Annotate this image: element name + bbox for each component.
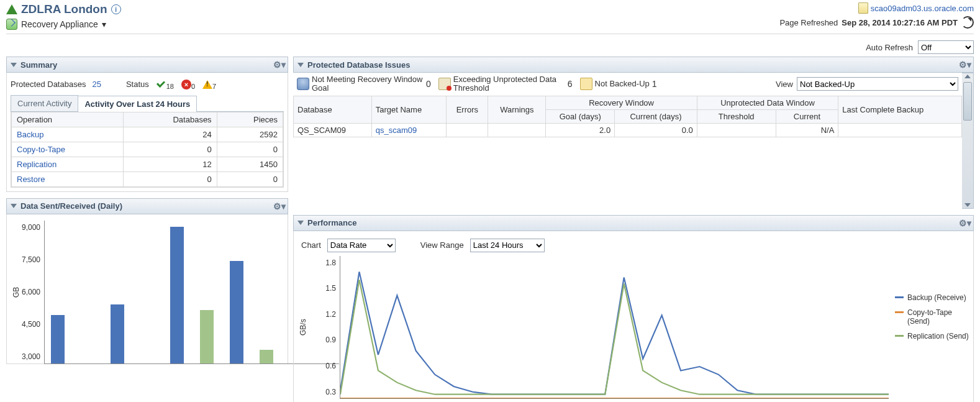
op-link[interactable]: Replication [17,160,57,169]
status-label: Status [126,80,149,89]
page-title: ZDLRA London [21,2,107,16]
recovery-appliance-icon [6,19,17,30]
chart-ylabel: GB [11,221,22,363]
issues-panel-header: Protected Database Issues ⚙▾ [293,57,974,73]
filter-not-backed-up[interactable]: Not Backed-Up 1 [580,78,657,90]
col-recovery-window[interactable]: Recovery Window [546,96,697,109]
legend-replication: Replication (Send) [895,332,969,340]
scrollbar-thumb[interactable] [963,82,972,121]
gear-icon[interactable]: ⚙▾ [961,219,969,227]
col-pieces[interactable]: Pieces [217,112,283,127]
col-rw-cur[interactable]: Current (days) [615,109,697,123]
recovery-appliance-menu[interactable]: Recovery Appliance ▾ [6,19,121,30]
collapse-icon[interactable] [297,63,304,67]
auto-refresh-select[interactable]: Off [918,40,974,54]
target-link[interactable]: qs_scam09 [376,126,417,135]
protected-db-label: Protected Databases [11,80,86,89]
warning-icon [202,80,212,89]
host-link[interactable]: scao09adm03.us.oracle.com [871,4,974,13]
performance-title: Performance [307,218,356,227]
col-ud-cur[interactable]: Current [776,109,838,123]
refresh-icon[interactable] [961,16,974,29]
error-icon: × [181,80,191,89]
col-rw-goal[interactable]: Goal (days) [546,109,615,123]
collapse-icon[interactable] [11,204,17,208]
gear-icon[interactable]: ⚙▾ [961,60,969,69]
legend-tape: Copy-to-Tape (Send) [895,308,969,326]
not-backed-up-icon [580,78,592,90]
col-database[interactable]: Database [294,96,372,123]
view-select[interactable]: Not Backed-Up [797,77,958,91]
summary-panel-header: Summary ⚙▾ [6,57,288,73]
perf-chart-select[interactable]: Data Rate [327,239,396,252]
auto-refresh-label: Auto Refresh [866,43,913,52]
col-unprotected-window[interactable]: Unprotected Data Window [697,96,838,109]
check-icon [157,80,166,89]
col-errors[interactable]: Errors [447,96,488,123]
col-operation[interactable]: Operation [12,112,124,127]
view-label: View [776,80,793,89]
table-row: QS_SCAM09qs_scam092.00.0N/A [294,123,962,137]
status-up-icon [6,4,17,14]
summary-title: Summary [20,60,57,70]
status-ok[interactable]: 18 [157,79,174,90]
performance-panel-header: Performance ⚙▾ [293,215,974,231]
table-row: Replication121450 [12,157,283,171]
col-target[interactable]: Target Name [371,96,447,123]
protected-db-count[interactable]: 25 [92,80,101,89]
status-warn[interactable]: 7 [202,79,216,90]
database-icon [297,78,309,90]
host-icon [858,2,868,14]
op-link[interactable]: Copy-to-Tape [17,145,65,154]
collapse-icon[interactable] [11,63,17,67]
filter-exceeding[interactable]: Exceeding Unprotected Data Threshold 6 [438,75,573,93]
table-row: Restore00 [12,171,283,186]
status-err[interactable]: ×0 [181,79,195,90]
perf-range-label: View Range [420,240,464,250]
data-sent-panel-header: Data Sent/Received (Daily) ⚙▾ [6,198,288,214]
page-refreshed-value: Sep 28, 2014 10:27:16 AM PDT [842,18,958,27]
tab-last-24h[interactable]: Activity Over Last 24 Hours [78,96,197,112]
gear-icon[interactable]: ⚙▾ [275,60,284,69]
table-row: Backup242592 [12,127,283,142]
op-link[interactable]: Restore [17,175,45,184]
legend-backup: Backup (Receive) [895,293,969,302]
table-row: Copy-to-Tape00 [12,142,283,157]
page-refreshed-label: Page Refreshed [779,18,838,27]
op-link[interactable]: Backup [17,130,43,139]
data-sent-chart: GB 9,0007,5006,0004,5003,000 [11,221,284,363]
threshold-exceeded-icon [438,78,451,90]
col-warnings[interactable]: Warnings [488,96,546,123]
col-databases[interactable]: Databases [124,112,217,127]
performance-chart: GB/s 1.81.51.20.90.60.3 [297,256,889,399]
info-icon[interactable]: i [111,4,121,14]
collapse-icon[interactable] [297,221,304,225]
perf-chart-label: Chart [301,240,321,250]
issues-table: Database Target Name Errors Warnings Rec… [293,96,962,137]
perf-ylabel: GB/s [297,256,309,399]
tab-current-activity[interactable]: Current Activity [11,95,78,111]
issues-title: Protected Database Issues [307,60,410,70]
perf-range-select[interactable]: Last 24 Hours [470,239,545,252]
col-ud-thr[interactable]: Threshold [697,109,776,123]
filter-not-meeting[interactable]: Not Meeting Recovery Window Goal 0 [297,75,431,93]
page-title-row: ZDLRA London i [6,2,121,16]
gear-icon[interactable]: ⚙▾ [275,202,284,211]
scrollbar[interactable] [962,73,974,209]
recovery-appliance-label: Recovery Appliance [21,19,98,29]
activity-table: Operation Databases Pieces Backup242592C… [11,112,283,187]
data-sent-title: Data Sent/Received (Daily) [20,201,122,211]
col-last-backup[interactable]: Last Complete Backup [838,96,962,123]
chevron-down-icon: ▾ [102,19,106,29]
